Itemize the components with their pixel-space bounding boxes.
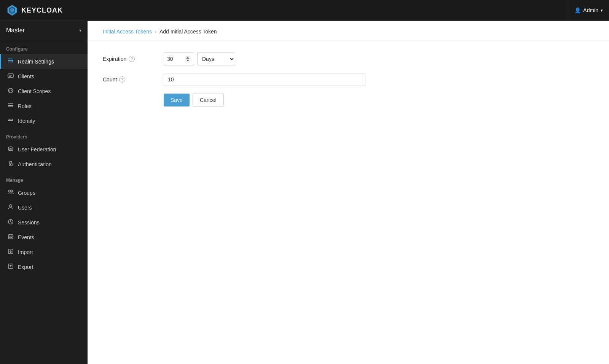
sidebar-item-sessions[interactable]: Sessions — [0, 215, 88, 230]
sessions-label: Sessions — [18, 219, 40, 226]
sidebar: Master ▾ Configure Realm Settings — [0, 21, 88, 364]
sidebar-item-identity[interactable]: Identity — [0, 113, 88, 128]
main-layout: Master ▾ Configure Realm Settings — [0, 21, 609, 364]
sessions-icon — [7, 219, 14, 226]
expiration-row: Expiration ? Days Hours Minutes Seconds — [103, 52, 594, 65]
export-label: Export — [18, 264, 33, 270]
form-buttons: Save Cancel — [103, 94, 594, 106]
logo-text: KEYCLOAK — [21, 6, 63, 14]
svg-rect-3 — [8, 59, 13, 59]
client-scopes-label: Client Scopes — [18, 88, 51, 94]
svg-rect-4 — [8, 60, 12, 61]
top-navigation: KEYCLOAK 👤 Admin ▾ — [0, 0, 609, 21]
svg-rect-16 — [8, 106, 13, 107]
expiration-number-input[interactable] — [164, 52, 194, 65]
clients-label: Clients — [18, 73, 34, 79]
main-content: Initial Access Tokens › Add Initial Acce… — [88, 21, 609, 364]
svg-rect-20 — [12, 119, 13, 121]
realm-settings-label: Realm Settings — [18, 59, 54, 65]
import-label: Import — [18, 249, 33, 255]
roles-icon — [7, 102, 14, 110]
svg-rect-15 — [8, 105, 13, 106]
identity-icon — [7, 117, 14, 124]
sidebar-item-user-federation[interactable]: User Federation — [0, 142, 88, 157]
breadcrumb-separator: › — [155, 29, 156, 34]
cancel-button[interactable]: Cancel — [193, 94, 224, 106]
authentication-label: Authentication — [18, 161, 52, 167]
sidebar-item-import[interactable]: Import — [0, 245, 88, 259]
expiration-help-icon[interactable]: ? — [129, 56, 135, 62]
user-federation-label: User Federation — [18, 146, 56, 153]
svg-rect-36 — [11, 237, 12, 238]
sidebar-item-authentication[interactable]: Authentication — [0, 157, 88, 172]
sidebar-item-export[interactable]: Export — [0, 259, 88, 274]
svg-rect-19 — [9, 119, 10, 121]
user-label: Admin — [583, 7, 598, 13]
breadcrumb: Initial Access Tokens › Add Initial Acce… — [88, 21, 609, 41]
configure-section-label: Configure — [0, 40, 88, 54]
realm-name: Master — [6, 27, 25, 34]
sidebar-item-users[interactable]: Users — [0, 200, 88, 215]
svg-line-29 — [11, 222, 12, 223]
form-area: Expiration ? Days Hours Minutes Seconds — [88, 41, 609, 118]
user-menu[interactable]: 👤 Admin ▾ — [574, 7, 603, 13]
logo: KEYCLOAK — [6, 4, 63, 16]
breadcrumb-current: Add Initial Access Token — [159, 29, 217, 35]
count-help-icon[interactable]: ? — [119, 76, 125, 83]
providers-section-label: Providers — [0, 128, 88, 142]
authentication-icon — [7, 161, 14, 168]
svg-rect-35 — [11, 237, 11, 238]
identity-label: Identity — [18, 118, 35, 124]
count-label-text: Count — [103, 76, 117, 83]
svg-point-21 — [8, 147, 13, 148]
svg-point-11 — [8, 88, 13, 93]
save-button[interactable]: Save — [164, 94, 190, 106]
svg-rect-9 — [9, 75, 12, 76]
svg-point-13 — [11, 90, 13, 91]
realm-settings-icon — [7, 58, 14, 65]
svg-point-23 — [10, 164, 11, 165]
export-icon — [7, 263, 14, 270]
svg-rect-8 — [8, 74, 13, 78]
sidebar-item-realm-settings[interactable]: Realm Settings — [0, 54, 88, 69]
svg-point-6 — [12, 60, 13, 61]
svg-rect-10 — [9, 76, 11, 77]
manage-section-label: Manage — [0, 172, 88, 185]
groups-icon — [7, 189, 14, 196]
expiration-controls: Days Hours Minutes Seconds — [164, 52, 235, 65]
breadcrumb-link[interactable]: Initial Access Tokens — [103, 29, 152, 35]
count-text-input[interactable] — [164, 73, 365, 86]
events-icon — [7, 234, 14, 241]
groups-label: Groups — [18, 190, 35, 196]
user-icon: 👤 — [574, 7, 581, 13]
count-label-group: Count ? — [103, 76, 164, 83]
import-icon — [7, 248, 14, 256]
count-controls — [164, 73, 365, 86]
sidebar-item-roles[interactable]: Roles — [0, 99, 88, 113]
realm-selector[interactable]: Master ▾ — [0, 21, 88, 40]
client-scopes-icon — [7, 87, 14, 95]
expiration-label-group: Expiration ? — [103, 56, 164, 62]
events-label: Events — [18, 234, 34, 240]
sidebar-item-client-scopes[interactable]: Client Scopes — [0, 84, 88, 99]
user-dropdown-icon: ▾ — [601, 8, 603, 13]
svg-rect-34 — [10, 237, 10, 238]
count-row: Count ? — [103, 73, 594, 86]
svg-rect-14 — [8, 103, 13, 104]
clients-icon — [7, 73, 14, 80]
realm-chevron-icon: ▾ — [79, 28, 81, 33]
logo-icon — [6, 4, 18, 16]
svg-point-26 — [10, 205, 12, 207]
expiration-unit-select[interactable]: Days Hours Minutes Seconds — [197, 52, 235, 65]
sidebar-item-groups[interactable]: Groups — [0, 185, 88, 200]
svg-rect-5 — [8, 62, 13, 62]
roles-label: Roles — [18, 103, 32, 109]
svg-rect-30 — [8, 235, 13, 239]
sidebar-item-clients[interactable]: Clients — [0, 69, 88, 84]
expiration-label-text: Expiration — [103, 56, 126, 62]
nav-divider — [568, 0, 568, 21]
svg-point-24 — [9, 190, 11, 192]
users-label: Users — [18, 205, 32, 211]
sidebar-item-events[interactable]: Events — [0, 230, 88, 245]
expiration-spinner-wrapper — [164, 52, 194, 65]
